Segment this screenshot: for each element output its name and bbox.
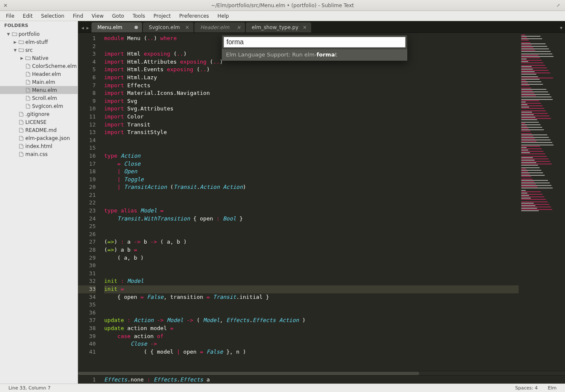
tree-item-colorscheme-elm[interactable]: ColorScheme.elm	[0, 62, 78, 70]
line-gutter[interactable]: 1234567891011121314151617181920212223242…	[78, 33, 101, 371]
code-container[interactable]: 1234567891011121314151617181920212223242…	[78, 33, 565, 371]
status-position[interactable]: Line 33, Column 7	[3, 385, 510, 391]
menu-selection[interactable]: Selection	[37, 12, 68, 20]
code-line[interactable]: import Material.Icons.Navigation	[104, 89, 519, 97]
code-line[interactable]: import Svg	[104, 97, 519, 105]
code-line[interactable]: (=>) : a -> b -> ( a, b )	[104, 238, 519, 246]
code-line[interactable]	[104, 270, 519, 278]
tab-close-icon[interactable]: ×	[237, 24, 241, 30]
code-line[interactable]: = Close	[104, 160, 519, 168]
code-line[interactable]	[104, 137, 519, 145]
code-line[interactable]: | TransitAction (Transit.Action Action)	[104, 183, 519, 191]
minimap[interactable]	[519, 33, 565, 371]
code-line[interactable]: type Action	[104, 152, 519, 160]
tree-item-main-elm[interactable]: Main.elm	[0, 78, 78, 86]
code-line[interactable]: case action of	[104, 333, 519, 341]
code-line[interactable]	[104, 199, 519, 207]
tree-item--gitignore[interactable]: .gitignore	[0, 110, 78, 118]
tab-close-icon[interactable]: ×	[185, 24, 189, 30]
tab-overflow-icon[interactable]: ▾	[559, 25, 565, 32]
chevron-right-icon[interactable]: ▶	[13, 40, 18, 44]
code-line[interactable]: import Transit	[104, 121, 519, 129]
code-line[interactable]	[104, 144, 519, 152]
code-line[interactable]: Close ->	[104, 340, 519, 348]
code-line[interactable]	[104, 301, 519, 309]
code-line[interactable]: | Open	[104, 168, 519, 176]
code-line[interactable]: Transit.WithTransition { open : Bool }	[104, 215, 519, 223]
file-icon	[24, 88, 31, 93]
code-line[interactable]: import Svg.Attributes	[104, 105, 519, 113]
menu-tools[interactable]: Tools	[128, 12, 149, 20]
tree-item-portfolio[interactable]: ▼portfolio	[0, 30, 78, 38]
code-line[interactable]: | Toggle	[104, 176, 519, 184]
code-line[interactable]	[104, 191, 519, 199]
menu-edit[interactable]: Edit	[19, 12, 37, 20]
tree-item-native[interactable]: ▶Native	[0, 54, 78, 62]
result-match: forma	[317, 51, 335, 58]
chevron-down-icon[interactable]: ▼	[6, 32, 11, 36]
tree-item-scroll-elm[interactable]: Scroll.elm	[0, 94, 78, 102]
command-palette-input[interactable]	[223, 37, 406, 48]
tree-item-label: Scroll.elm	[31, 95, 57, 101]
tree-item-header-elm[interactable]: Header.elm	[0, 70, 78, 78]
window-maximize-icon[interactable]: ⤢	[557, 3, 562, 8]
code-line[interactable]: ( { model | open = False }, n )	[104, 348, 519, 356]
sidebar[interactable]: FOLDERS ▼portfolio▶elm-stuff▼src▶NativeC…	[0, 21, 78, 384]
tab-nav-fwd-icon[interactable]: ▸	[86, 25, 89, 31]
chevron-right-icon[interactable]: ▶	[19, 56, 24, 60]
menu-project[interactable]: Project	[149, 12, 175, 20]
code-lines[interactable]: module Menu (..) where import Html expos…	[101, 33, 519, 371]
code-line[interactable]: init : Model	[104, 277, 519, 285]
tree-item-src[interactable]: ▼src	[0, 46, 78, 54]
tab-nav-arrows[interactable]: ◂ ▸	[81, 25, 91, 32]
tab-elm-show-type-py[interactable]: elm_show_type.py×	[246, 22, 311, 32]
tab-dirty-icon	[135, 26, 138, 29]
horizontal-scrollbar[interactable]	[78, 371, 565, 375]
code-line[interactable]	[104, 262, 519, 270]
code-line[interactable]: import TransitStyle	[104, 129, 519, 137]
menu-file[interactable]: File	[2, 12, 19, 20]
chevron-down-icon[interactable]: ▼	[13, 48, 18, 52]
code-line[interactable]: init =	[104, 285, 519, 293]
status-syntax[interactable]: Elm	[543, 385, 562, 391]
scrollbar-thumb[interactable]	[78, 372, 419, 375]
menu-find[interactable]: Find	[69, 12, 88, 20]
code-line[interactable]: update action model =	[104, 325, 519, 333]
code-line[interactable]	[104, 223, 519, 231]
tab-header-elm[interactable]: Header.elm×	[194, 22, 245, 32]
tree-item-menu-elm[interactable]: Menu.elm	[0, 86, 78, 94]
tree-item-readme-md[interactable]: README.md	[0, 126, 78, 134]
code-line[interactable]: import Html.Lazy	[104, 74, 519, 82]
status-indent[interactable]: Spaces: 4	[510, 385, 543, 391]
code-line[interactable]: import Color	[104, 113, 519, 121]
file-icon	[24, 72, 31, 77]
tab-svgicon-elm[interactable]: SvgIcon.elm×	[143, 22, 194, 32]
menu-preferences[interactable]: Preferences	[175, 12, 213, 20]
code-line[interactable]: (=>) a b =	[104, 246, 519, 254]
tree-item-elm-package-json[interactable]: elm-package.json	[0, 134, 78, 142]
tree-item-label: README.md	[24, 127, 56, 133]
tab-nav-back-icon[interactable]: ◂	[81, 25, 84, 31]
output-pane[interactable]: 1 Effects.none : Effects.Effects a	[78, 375, 565, 384]
code-line[interactable]: { open = False, transition = Transit.ini…	[104, 293, 519, 301]
tree-item-index-html[interactable]: index.html	[0, 142, 78, 150]
tree-item-elm-stuff[interactable]: ▶elm-stuff	[0, 38, 78, 46]
code-line[interactable]: import Effects	[104, 82, 519, 90]
code-line[interactable]	[104, 309, 519, 317]
code-line[interactable]: type alias Model =	[104, 207, 519, 215]
tree-item-main-css[interactable]: main.css	[0, 150, 78, 158]
menu-view[interactable]: View	[87, 12, 108, 20]
tree-item-license[interactable]: LICENSE	[0, 118, 78, 126]
menu-help[interactable]: Help	[213, 12, 233, 20]
code-line[interactable]: update : Action -> Model -> ( Model, Eff…	[104, 317, 519, 325]
tab-close-icon[interactable]: ×	[303, 24, 307, 30]
command-palette-result[interactable]: Elm Language Support: Run elm-format	[222, 49, 407, 61]
tree-item-svgicon-elm[interactable]: SvgIcon.elm	[0, 102, 78, 110]
window-close-icon[interactable]: ✕	[3, 3, 8, 8]
code-line[interactable]: import Html.Events exposing (..)	[104, 66, 519, 74]
tab-menu-elm[interactable]: Menu.elm	[91, 22, 142, 32]
tree-item-label: index.html	[24, 143, 52, 149]
code-line[interactable]: ( a, b )	[104, 254, 519, 262]
code-line[interactable]	[104, 231, 519, 239]
menu-goto[interactable]: Goto	[108, 12, 129, 20]
